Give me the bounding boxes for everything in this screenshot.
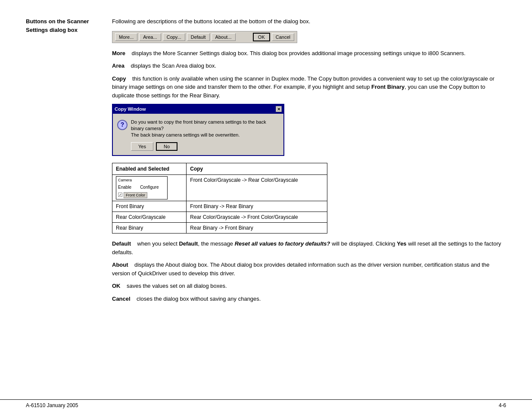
enable-label: Enable — [118, 184, 131, 190]
table-row-enabled-3: Rear Color/Grayscale — [112, 212, 187, 223]
content-area: Buttons on the Scanner Settings dialog b… — [0, 0, 532, 399]
copy-window-dialog: Copy Window ✕ ? Do you want to copy the … — [112, 104, 284, 156]
copy-window-body: ? Do you want to copy the front binary c… — [113, 114, 283, 155]
copy-yes-button[interactable]: Yes — [131, 142, 153, 151]
configure-label: Configure — [140, 184, 159, 190]
table-row: Rear Binary Rear Binary -> Front Binary — [112, 223, 327, 234]
copy-window-title-bar: Copy Window ✕ — [113, 105, 283, 114]
more-button[interactable]: More... — [115, 33, 137, 41]
more-label: More — [112, 50, 125, 56]
about-desc: About displays the About dialog box. The… — [112, 261, 506, 277]
camera-box-title: Camera — [118, 177, 165, 184]
copy-desc: Copy this function is only available whe… — [112, 75, 506, 100]
copy-label: Copy — [112, 75, 126, 82]
copy-window-question: Do you want to copy the front binary cam… — [131, 119, 279, 132]
copy-window-close[interactable]: ✕ — [276, 106, 282, 112]
table-row: Camera Enable Configure ✓ Front Color — [112, 174, 327, 201]
area-button[interactable]: Area... — [139, 33, 161, 41]
default-desc3: will be displayed. Clicking — [332, 240, 395, 247]
question-icon: ? — [117, 120, 128, 130]
left-column: Buttons on the Scanner Settings dialog b… — [26, 17, 112, 391]
front-color-button[interactable]: Front Color — [124, 192, 147, 198]
camera-cell: Camera Enable Configure ✓ Front Color — [112, 174, 187, 201]
default-desc-bold3: Yes — [397, 240, 406, 247]
table-row-enabled-2: Front Binary — [112, 201, 187, 212]
footer-left: A-61510 January 2005 — [26, 402, 78, 408]
default-desc-bold1: Default — [179, 240, 198, 247]
more-desc: More displays the More Scanner Settings … — [112, 49, 506, 58]
about-button[interactable]: About... — [212, 33, 236, 41]
ok-label: OK — [112, 283, 121, 289]
cancel-desc: Cancel closes the dialog box without sav… — [112, 295, 506, 303]
camera-enable-row: Enable Configure — [118, 184, 165, 190]
default-label: Default — [112, 240, 131, 247]
ok-button[interactable]: OK — [253, 33, 270, 41]
cancel-label: Cancel — [112, 296, 131, 302]
copy-window-buttons: Yes No — [131, 142, 279, 151]
default-desc2: , the message — [198, 240, 233, 247]
page: Buttons on the Scanner Settings dialog b… — [0, 0, 532, 411]
copy-button[interactable]: Copy... — [163, 33, 185, 41]
intro-text: Following are descriptions of the button… — [112, 17, 506, 26]
footer-right: 4-6 — [499, 402, 506, 408]
default-desc-bold2: Reset all values to factory defaults? — [235, 240, 330, 247]
section-heading: Buttons on the Scanner Settings dialog b… — [26, 17, 99, 34]
table-row: Rear Color/Grayscale Rear Color/Grayscal… — [112, 212, 327, 223]
cancel-desc-text: closes the dialog box without saving any… — [137, 296, 261, 302]
about-desc-text: displays the About dialog box. The About… — [112, 262, 489, 277]
camera-checkbox-row: ✓ Front Color — [118, 191, 165, 198]
buttons-bar: More... Area... Copy... Default About...… — [112, 31, 297, 43]
table-row-copy-3: Rear Color/Grayscale -> Front Color/Gray… — [187, 212, 327, 223]
default-button[interactable]: Default — [187, 33, 210, 41]
table-col1-header: Enabled and Selected — [112, 163, 187, 174]
area-desc: Area displays the Scan Area dialog box. — [112, 62, 506, 70]
copy-desc-bold: Front Binary — [371, 84, 404, 90]
ok-desc: OK saves the values set on all dialog bo… — [112, 282, 506, 290]
table-row-copy-1: Front Color/Grayscale -> Rear Color/Gray… — [187, 174, 327, 201]
table-row: Front Binary Front Binary -> Rear Binary — [112, 201, 327, 212]
footer: A-61510 January 2005 4-6 — [0, 399, 532, 411]
default-desc: Default when you select Default, the mes… — [112, 240, 506, 256]
default-desc1: when you select — [137, 240, 177, 247]
cancel-button[interactable]: Cancel — [272, 33, 294, 41]
area-label: Area — [112, 62, 124, 69]
ok-desc-text: saves the values set on all dialog boxes… — [127, 283, 227, 289]
camera-checkbox: ✓ — [118, 193, 122, 197]
copy-window-title-text: Copy Window — [115, 106, 146, 113]
area-desc-text: displays the Scan Area dialog box. — [131, 62, 216, 69]
camera-box: Camera Enable Configure ✓ Front Color — [116, 176, 168, 200]
table-row-copy-4: Rear Binary -> Front Binary — [187, 223, 327, 234]
about-label: About — [112, 262, 128, 268]
table-row-enabled-4: Rear Binary — [112, 223, 187, 234]
table-row-copy-2: Front Binary -> Rear Binary — [187, 201, 327, 212]
copy-table: Enabled and Selected Copy Camera Enable — [112, 163, 327, 234]
right-column: Following are descriptions of the button… — [112, 17, 506, 391]
more-desc-text: displays the More Scanner Settings dialo… — [132, 50, 466, 56]
copy-no-button[interactable]: No — [156, 142, 177, 151]
table-col2-header: Copy — [187, 163, 327, 174]
copy-window-content: Do you want to copy the front binary cam… — [131, 119, 279, 151]
copy-window-note: The back binary camera settings will be … — [131, 132, 279, 138]
